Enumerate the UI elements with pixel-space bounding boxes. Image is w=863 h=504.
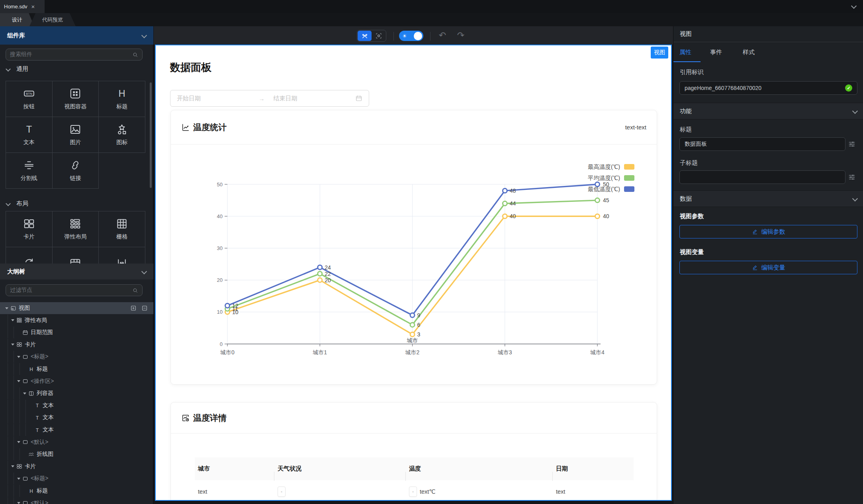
preview-mode-button[interactable] <box>372 31 386 41</box>
chevron-down-icon[interactable] <box>141 269 147 274</box>
tree-caret-icon[interactable] <box>11 344 14 346</box>
legend-label[interactable]: 最低温度(℃) <box>588 186 620 192</box>
tree-node-操作区[interactable]: <操作区> <box>0 375 153 387</box>
tab-attributes[interactable]: 属性 <box>679 49 691 56</box>
design-canvas[interactable]: 视图 数据面板 开始日期 → 结束日期 温度统计 text-text 01020… <box>155 45 672 501</box>
tree-node-标题[interactable]: H标题 <box>0 485 153 497</box>
close-icon[interactable]: × <box>31 4 35 10</box>
subtitle-field-input[interactable] <box>679 170 845 184</box>
selection-badge[interactable]: 视图 <box>651 47 668 59</box>
undo-button[interactable]: ↶ <box>436 29 448 41</box>
section-function[interactable]: 功能 <box>673 103 863 119</box>
component-tile-divider[interactable]: 分割线 <box>6 153 53 189</box>
component-tile-heading[interactable]: H标题 <box>99 81 145 117</box>
component-tile-carousel[interactable] <box>6 247 53 264</box>
table-column-header[interactable]: 城市 <box>195 465 274 473</box>
tree-node-文本[interactable]: T文本 <box>0 412 153 424</box>
data-point[interactable] <box>410 322 415 327</box>
page-title[interactable]: 数据面板 <box>170 61 211 74</box>
temperature-line-chart[interactable]: 01020304050城市0城市1城市2城市3城市4城市102034040112… <box>171 145 657 383</box>
chevron-down-icon[interactable] <box>851 3 857 9</box>
date-range-picker[interactable]: 开始日期 → 结束日期 <box>170 90 369 107</box>
binding-settings-icon[interactable] <box>848 173 856 181</box>
component-tile-grid[interactable]: 栅格 <box>99 211 145 247</box>
data-point[interactable] <box>410 313 415 317</box>
file-tab[interactable]: Home.sdv × <box>0 0 45 13</box>
tree-node-默认[interactable]: <默认> <box>0 436 153 448</box>
legend-swatch[interactable] <box>624 186 634 192</box>
chevron-down-icon[interactable] <box>141 33 147 38</box>
component-library-header[interactable]: 组件库 <box>0 26 153 45</box>
data-point[interactable] <box>503 201 507 206</box>
binding-settings-icon[interactable] <box>848 140 856 148</box>
tree-node-弹性布局[interactable]: 弹性布局 <box>0 315 153 326</box>
redo-button[interactable]: ↷ <box>455 29 467 41</box>
chevron-down-icon[interactable] <box>852 196 858 201</box>
tree-caret-icon[interactable] <box>11 465 14 467</box>
table-row[interactable]: text--text℃text <box>195 480 634 501</box>
tab-styles[interactable]: 样式 <box>743 49 755 56</box>
tree-node-默认[interactable]: <默认> <box>0 497 153 504</box>
edit-vars-button[interactable]: 编辑变量 <box>679 261 857 274</box>
date-start-placeholder[interactable]: 开始日期 <box>177 95 255 102</box>
tree-node-日期范围[interactable]: 日期范围 <box>0 326 153 338</box>
component-tile-tabs[interactable] <box>53 247 99 264</box>
chevron-down-icon[interactable] <box>852 108 858 114</box>
table-column-header[interactable]: 天气状况 <box>274 465 406 473</box>
data-point[interactable] <box>410 332 415 336</box>
data-point[interactable] <box>225 303 230 308</box>
tree-node-卡片[interactable]: 卡片 <box>0 339 153 351</box>
component-tile-star[interactable]: 图标 <box>99 117 145 153</box>
tree-node-标题[interactable]: <标题> <box>0 351 153 363</box>
card-temperature-details[interactable]: 温度详情 城市天气状况温度日期text--text℃text <box>170 402 657 501</box>
data-point[interactable] <box>503 214 507 219</box>
component-tile-link[interactable]: 链接 <box>53 153 99 189</box>
component-tile-spacer[interactable] <box>99 247 145 264</box>
card-temperature-stats[interactable]: 温度统计 text-text 01020304050城市0城市1城市2城市3城市… <box>170 110 657 385</box>
data-point[interactable] <box>595 198 600 203</box>
tree-node-文本[interactable]: T文本 <box>0 400 153 412</box>
tree-node-视图[interactable]: 视图 <box>0 302 153 314</box>
expand-all-icon[interactable] <box>130 305 137 311</box>
toggle-knob[interactable] <box>414 32 422 40</box>
tree-node-文本[interactable]: T文本 <box>0 424 153 436</box>
component-tile-flex[interactable]: 弹性布局 <box>53 211 99 247</box>
edit-params-button[interactable]: 编辑参数 <box>679 225 857 238</box>
tree-caret-icon[interactable] <box>17 441 20 443</box>
component-search-input[interactable]: 搜索组件 <box>6 49 143 61</box>
data-point[interactable] <box>503 189 507 193</box>
table-column-header[interactable]: 日期 <box>553 465 634 473</box>
outline-filter-input[interactable]: 过滤节点 <box>6 284 143 296</box>
tree-node-标题[interactable]: <标题> <box>0 473 153 484</box>
tree-node-卡片[interactable]: 卡片 <box>0 461 153 473</box>
component-tile-image[interactable]: 图片 <box>53 117 99 153</box>
section-layout-header[interactable]: 布局 <box>6 200 28 207</box>
tree-node-标题[interactable]: H标题 <box>0 363 153 375</box>
tab-code-preview[interactable]: 代码预览 <box>29 13 76 26</box>
collapse-all-icon[interactable] <box>141 305 148 311</box>
tree-caret-icon[interactable] <box>5 307 8 309</box>
data-point[interactable] <box>595 214 600 219</box>
title-field-input[interactable]: 数据面板 <box>679 137 845 151</box>
theme-toggle[interactable]: ☀ <box>399 31 423 41</box>
data-point[interactable] <box>318 265 322 270</box>
date-end-placeholder[interactable]: 结束日期 <box>269 95 352 102</box>
ref-id-input[interactable]: pageHome_660776840870020 ✓ <box>679 81 857 95</box>
component-tile-text[interactable]: T文本 <box>6 117 53 153</box>
tree-caret-icon[interactable] <box>11 319 14 321</box>
tree-node-列容器[interactable]: 列容器 <box>0 387 153 399</box>
tree-caret-icon[interactable] <box>17 478 20 480</box>
card1-meta-text[interactable]: text-text <box>625 124 646 131</box>
legend-swatch[interactable] <box>624 164 634 170</box>
tree-caret-icon[interactable] <box>17 356 20 358</box>
outline-tree-header[interactable]: 大纲树 <box>0 264 153 279</box>
component-tile-view-container[interactable]: 视图容器 <box>53 81 99 117</box>
scrollbar-thumb[interactable] <box>150 82 152 188</box>
legend-label[interactable]: 平均温度(℃) <box>588 175 620 181</box>
component-tile-card[interactable]: 卡片 <box>6 211 53 247</box>
tab-events[interactable]: 事件 <box>710 49 722 56</box>
section-general-header[interactable]: 通用 <box>6 65 28 73</box>
table-column-header[interactable]: 温度 <box>406 465 553 473</box>
legend-label[interactable]: 最高温度(℃) <box>588 164 620 170</box>
tree-node-折线图[interactable]: 折线图 <box>0 448 153 460</box>
